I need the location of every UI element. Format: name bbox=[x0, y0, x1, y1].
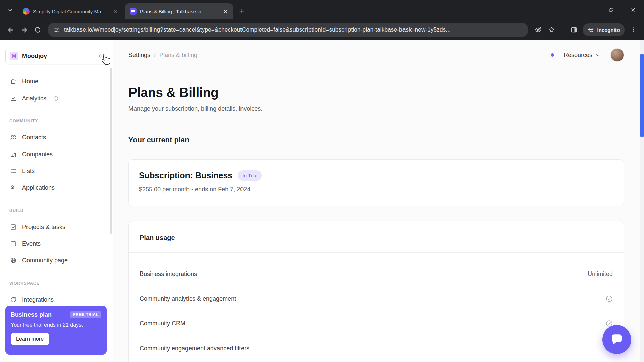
in-trial-badge: In Trial bbox=[238, 170, 262, 181]
sidebar-item-analytics[interactable]: Analytics bbox=[5, 90, 107, 107]
sidebar-item-label: Projects & tasks bbox=[22, 224, 65, 231]
tab-close-icon[interactable] bbox=[111, 8, 119, 15]
free-trial-badge: FREE TRIAL bbox=[70, 311, 101, 318]
workspace-selector[interactable]: M Moodjoy bbox=[5, 48, 107, 64]
sidebar-nav: Home Analytics COMMUNITY Contacts Compan… bbox=[5, 73, 107, 308]
trial-banner: Business plan FREE TRIAL Your free trial… bbox=[5, 306, 107, 355]
url-bar[interactable]: talkbase.io/w/moodjoy/settings/billing?s… bbox=[48, 23, 528, 37]
minimize-button[interactable] bbox=[579, 0, 600, 19]
sidebar-item-label: Events bbox=[22, 240, 41, 247]
subscription-detail: $255.00 per month - ends on Feb 7, 2024 bbox=[139, 186, 613, 193]
sidebar-item-projects-tasks[interactable]: Projects & tasks bbox=[5, 219, 107, 235]
usage-row-value: Unlimited bbox=[588, 270, 613, 278]
usage-row: Community CRM bbox=[140, 311, 613, 336]
back-icon bbox=[7, 26, 15, 34]
site-settings-icon bbox=[54, 27, 60, 33]
usage-row: Community engagement advanced filters bbox=[140, 336, 613, 361]
sidebar-item-label: Applications bbox=[22, 184, 55, 191]
sidebar-item-lists[interactable]: Lists bbox=[5, 163, 107, 179]
breadcrumb-current: Plans & billing bbox=[159, 52, 197, 59]
usage-row-label: Community engagement advanced filters bbox=[140, 345, 249, 352]
incognito-label: Incognito bbox=[597, 27, 620, 33]
subscription-card: Subscription: Business In Trial $255.00 … bbox=[128, 159, 624, 206]
reload-button[interactable] bbox=[31, 23, 44, 37]
content-header: Settings / Plans & billing Resources bbox=[128, 40, 624, 70]
sidebar-item-home[interactable]: Home bbox=[5, 73, 107, 90]
sidebar-item-label: Integrations bbox=[22, 296, 54, 303]
browser-tabstrip: Simplify Digital Community Ma Plans & Bi… bbox=[0, 0, 644, 19]
usage-row-label: Business integrations bbox=[140, 270, 197, 278]
sidebar-section-build: BUILD bbox=[9, 208, 103, 213]
browser-tab-inactive[interactable]: Simplify Digital Community Ma bbox=[18, 3, 123, 19]
sidebar-item-applications[interactable]: Applications bbox=[5, 179, 107, 196]
page-title: Plans & Billing bbox=[128, 85, 624, 100]
restore-icon bbox=[608, 7, 614, 13]
subscription-title: Subscription: Business bbox=[139, 171, 232, 180]
incognito-icon bbox=[587, 26, 594, 34]
resources-menu[interactable]: Resources bbox=[564, 52, 600, 59]
minimize-icon bbox=[586, 7, 593, 13]
header-right: Resources bbox=[551, 48, 624, 62]
check-square-icon bbox=[9, 223, 17, 231]
plan-usage-card: Plan usage Business integrations Unlimit… bbox=[128, 221, 624, 362]
tab-search-button[interactable] bbox=[4, 4, 16, 16]
tab-close-icon[interactable] bbox=[222, 8, 229, 15]
sidebar-item-label: Analytics bbox=[22, 95, 46, 102]
home-icon bbox=[9, 77, 17, 85]
lists-icon bbox=[9, 167, 17, 175]
sidebar-scrollbar[interactable] bbox=[110, 68, 112, 234]
browser-tab-active[interactable]: Plans & Billing | Talkbase.io bbox=[125, 3, 233, 19]
breadcrumb-separator: / bbox=[154, 52, 156, 59]
browser-toolbar: talkbase.io/w/moodjoy/settings/billing?s… bbox=[0, 19, 644, 40]
contacts-icon bbox=[9, 133, 17, 141]
forward-button[interactable] bbox=[17, 23, 31, 37]
sidebar-item-contacts[interactable]: Contacts bbox=[5, 129, 107, 146]
chat-widget-button[interactable] bbox=[602, 325, 631, 354]
breadcrumb-settings[interactable]: Settings bbox=[128, 52, 150, 59]
unfold-icon bbox=[98, 53, 103, 59]
bookmark-button[interactable] bbox=[545, 23, 558, 37]
companies-icon bbox=[9, 150, 17, 158]
close-icon bbox=[630, 7, 636, 13]
screen: Simplify Digital Community Ma Plans & Bi… bbox=[0, 0, 644, 362]
window-controls bbox=[579, 0, 644, 19]
side-panel-icon bbox=[570, 26, 578, 34]
new-tab-button[interactable] bbox=[236, 5, 247, 17]
back-button[interactable] bbox=[4, 23, 17, 37]
password-hidden-button[interactable] bbox=[532, 23, 545, 37]
tab-favicon-icon bbox=[23, 8, 30, 15]
sidebar: M Moodjoy Home Analytics COMMUNITY bbox=[0, 40, 113, 362]
usage-row: Business integrations Unlimited bbox=[140, 261, 613, 286]
learn-more-button[interactable]: Learn more bbox=[11, 333, 49, 345]
sidebar-item-community-page[interactable]: Community page bbox=[5, 252, 107, 269]
page-scrollbar-track[interactable] bbox=[640, 40, 644, 362]
kebab-menu-icon bbox=[630, 26, 637, 33]
sidebar-item-label: Community page bbox=[22, 257, 68, 264]
banner-message: Your free trial ends in 21 days. bbox=[11, 322, 101, 328]
sync-icon bbox=[9, 296, 17, 304]
globe-icon bbox=[9, 256, 17, 264]
breadcrumb: Settings / Plans & billing bbox=[128, 52, 197, 59]
forward-icon bbox=[20, 26, 28, 34]
close-window-button[interactable] bbox=[622, 0, 644, 19]
usage-row-label: Community CRM bbox=[140, 320, 185, 327]
star-icon bbox=[548, 26, 555, 34]
incognito-badge: Incognito bbox=[583, 23, 625, 36]
sidebar-item-label: Companies bbox=[22, 151, 53, 158]
browser-menu-button[interactable] bbox=[627, 23, 640, 37]
sidebar-item-label: Lists bbox=[22, 168, 35, 175]
reload-icon bbox=[34, 26, 41, 34]
notification-dot bbox=[551, 53, 554, 57]
check-circle-icon bbox=[606, 295, 613, 302]
usage-row: Community analytics & engagement bbox=[140, 286, 613, 311]
page-scrollbar-thumb[interactable] bbox=[640, 54, 644, 137]
tab-divider bbox=[124, 8, 124, 15]
restore-button[interactable] bbox=[600, 0, 622, 19]
usage-rows: Business integrations Unlimited Communit… bbox=[129, 253, 624, 361]
user-avatar[interactable] bbox=[610, 48, 624, 62]
chevron-down-icon bbox=[7, 7, 13, 13]
plus-icon bbox=[238, 8, 245, 14]
side-panel-button[interactable] bbox=[567, 23, 581, 37]
sidebar-item-events[interactable]: Events bbox=[5, 235, 107, 252]
sidebar-item-companies[interactable]: Companies bbox=[5, 146, 107, 163]
